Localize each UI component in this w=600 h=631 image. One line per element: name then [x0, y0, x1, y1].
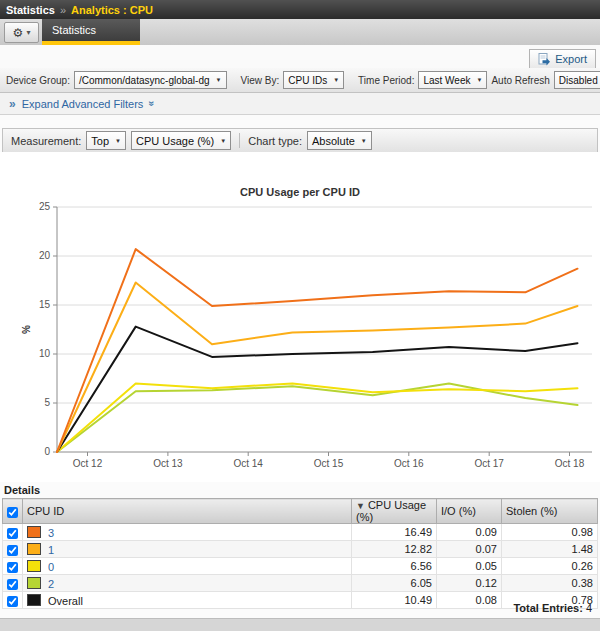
svg-text:25: 25	[39, 201, 51, 212]
svg-text:5: 5	[44, 397, 50, 408]
svg-text:20: 20	[39, 250, 51, 261]
column-header-cpu-id[interactable]: CPU ID	[23, 499, 352, 524]
row-select-cell	[3, 558, 23, 575]
series-color-swatch	[27, 594, 41, 606]
table-row: Overall10.490.080.78	[3, 592, 598, 609]
svg-text:%: %	[21, 325, 32, 334]
io-value: 0.05	[437, 558, 502, 575]
toolbar: Export	[0, 45, 600, 69]
row-select-checkbox[interactable]	[7, 562, 18, 573]
expand-arrow-icon: »	[9, 97, 16, 111]
breadcrumb-root[interactable]: Statistics	[6, 4, 55, 16]
series-color-swatch	[27, 577, 41, 589]
breadcrumb: Statistics » Analytics : CPU	[0, 0, 600, 19]
auto-refresh-select[interactable]: Disabled ▼	[554, 71, 600, 89]
separator	[239, 133, 240, 148]
row-select-cell	[3, 541, 23, 558]
chart-type-select[interactable]: Absolute ▼	[307, 131, 372, 150]
table-row: 112.820.071.48	[3, 541, 598, 558]
table-row: 06.560.050.26	[3, 558, 598, 575]
cpu-usage-value: 6.56	[352, 558, 437, 575]
chart-type-value: Absolute	[312, 135, 355, 147]
stolen-value: 1.48	[502, 541, 598, 558]
svg-text:0: 0	[44, 446, 50, 457]
auto-refresh-label: Auto Refresh	[491, 75, 549, 86]
export-label: Export	[555, 53, 587, 65]
row-select-checkbox[interactable]	[7, 579, 18, 590]
breadcrumb-separator-icon: »	[60, 4, 66, 16]
metric-value: CPU Usage (%)	[136, 135, 214, 147]
table-row: 26.050.120.38	[3, 575, 598, 592]
column-header-cpu-usage[interactable]: ▼CPU Usage (%)	[352, 499, 437, 524]
time-period-value: Last Week	[423, 75, 470, 86]
dropdown-arrow-icon: ▼	[220, 138, 226, 144]
cpu-id-cell: 1	[23, 541, 352, 558]
tab-bar: ⚙ ▾ Statistics	[0, 19, 600, 46]
chart-panel: CPU Usage per CPU ID 0510152025Oct 12Oct…	[0, 152, 600, 482]
io-value: 0.09	[437, 524, 502, 541]
caret-down-icon: ▾	[26, 28, 30, 37]
filter-bar: Device Group: /Common/datasync-global-dg…	[0, 68, 600, 93]
column-header-stolen[interactable]: Stolen (%)	[502, 499, 598, 524]
table-header-row: CPU ID ▼CPU Usage (%) I/O (%) Stolen (%)	[3, 499, 598, 524]
auto-refresh-value: Disabled	[559, 75, 598, 86]
row-select-checkbox[interactable]	[7, 528, 18, 539]
row-select-cell	[3, 592, 23, 609]
footer-band	[0, 618, 600, 631]
series-line-2	[57, 383, 578, 452]
dropdown-arrow-icon: ▼	[115, 138, 121, 144]
tab-statistics[interactable]: Statistics	[42, 19, 140, 45]
svg-text:Oct 18: Oct 18	[555, 458, 585, 469]
cpu-id-link[interactable]: 3	[48, 527, 54, 539]
select-all-checkbox[interactable]	[7, 507, 18, 518]
cpu-usage-value: 12.82	[352, 541, 437, 558]
cpu-id-link[interactable]: 0	[48, 561, 54, 573]
row-select-cell	[3, 575, 23, 592]
svg-text:10: 10	[39, 348, 51, 359]
svg-text:Oct 12: Oct 12	[73, 458, 103, 469]
tab-statistics-label: Statistics	[52, 24, 96, 36]
io-value: 0.08	[437, 592, 502, 609]
total-entries: Total Entries:4	[513, 602, 592, 614]
column-label: CPU ID	[27, 505, 64, 517]
cpu-id-cell: 3	[23, 524, 352, 541]
svg-text:Oct 16: Oct 16	[394, 458, 424, 469]
metric-select[interactable]: CPU Usage (%) ▼	[131, 131, 231, 150]
row-select-checkbox[interactable]	[7, 596, 18, 607]
cpu-id-link[interactable]: 2	[48, 578, 54, 590]
sort-desc-icon: ▼	[356, 501, 365, 511]
cpu-id-link[interactable]: 1	[48, 544, 54, 556]
svg-text:Oct 17: Oct 17	[474, 458, 504, 469]
device-group-select[interactable]: /Common/datasync-global-dg ▼	[74, 71, 227, 89]
cpu-usage-value: 6.05	[352, 575, 437, 592]
column-header-io[interactable]: I/O (%)	[437, 499, 502, 524]
dropdown-arrow-icon: ▼	[476, 77, 482, 83]
measurement-bar: Measurement: Top ▼ CPU Usage (%) ▼ Chart…	[2, 128, 598, 153]
cpu-usage-chart: 0510152025Oct 12Oct 13Oct 14Oct 15Oct 16…	[0, 152, 600, 482]
cpu-id-label: Overall	[48, 595, 83, 607]
io-value: 0.12	[437, 575, 502, 592]
stolen-value: 0.98	[502, 524, 598, 541]
view-by-value: CPU IDs	[288, 75, 327, 86]
dropdown-arrow-icon: ▼	[333, 77, 339, 83]
io-value: 0.07	[437, 541, 502, 558]
details-table-body: 316.490.090.98112.820.071.4806.560.050.2…	[3, 524, 598, 609]
export-button[interactable]: Export	[529, 49, 596, 68]
svg-text:15: 15	[39, 299, 51, 310]
series-color-swatch	[27, 526, 41, 538]
details-section-title: Details	[4, 484, 40, 496]
measurement-label: Measurement:	[11, 135, 81, 147]
svg-text:Oct 15: Oct 15	[314, 458, 344, 469]
cpu-id-cell: Overall	[23, 592, 352, 609]
measurement-top-select[interactable]: Top ▼	[86, 131, 126, 150]
row-select-checkbox[interactable]	[7, 545, 18, 556]
expand-advanced-filters-link[interactable]: Expand Advanced Filters	[22, 98, 144, 110]
time-period-select[interactable]: Last Week ▼	[418, 71, 487, 89]
settings-menu-button[interactable]: ⚙ ▾	[4, 22, 39, 43]
stolen-value: 0.38	[502, 575, 598, 592]
column-label: I/O (%)	[441, 505, 476, 517]
table-row: 316.490.090.98	[3, 524, 598, 541]
view-by-select[interactable]: CPU IDs ▼	[283, 71, 344, 89]
total-entries-value: 4	[586, 602, 592, 614]
cpu-usage-value: 10.49	[352, 592, 437, 609]
